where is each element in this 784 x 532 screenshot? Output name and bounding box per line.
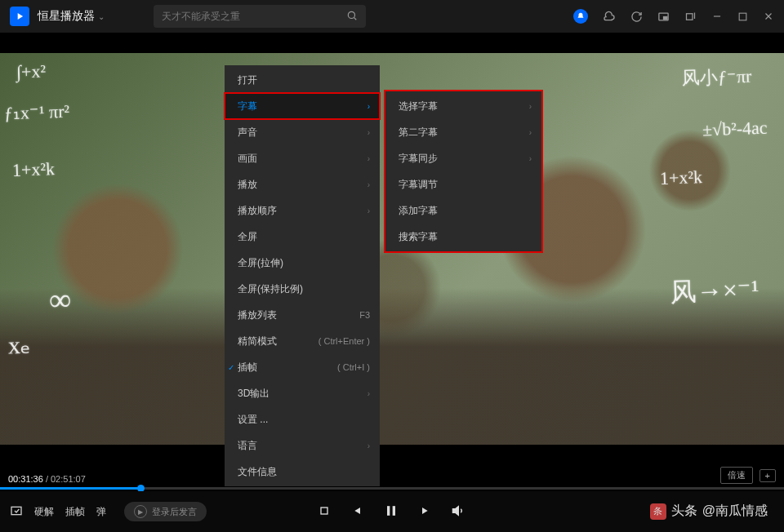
next-icon[interactable] xyxy=(419,504,432,520)
menu-picture[interactable]: 画面› xyxy=(225,145,380,171)
submenu-subtitle-sync[interactable]: 字幕同步› xyxy=(385,145,541,171)
menu-fullscreen-stretch[interactable]: 全屏(拉伸) xyxy=(225,250,380,276)
pin-icon[interactable] xyxy=(684,11,697,23)
close-icon[interactable] xyxy=(763,11,774,22)
menu-play-order[interactable]: 播放顺序› xyxy=(225,197,380,224)
svg-rect-5 xyxy=(11,507,21,514)
login-hint-text: 登录后发言 xyxy=(152,506,197,518)
progress-bar[interactable] xyxy=(0,487,784,490)
login-pill[interactable]: ▶ 登录后发言 xyxy=(124,502,207,521)
frame-interp-label[interactable]: 插帧 xyxy=(65,505,85,519)
menu-playlist[interactable]: 播放列表F3 xyxy=(225,302,380,328)
cloud-icon[interactable] xyxy=(603,10,616,23)
speed-button[interactable]: 倍速 xyxy=(720,467,753,484)
notification-icon[interactable] xyxy=(573,9,588,24)
refresh-icon[interactable] xyxy=(630,11,643,23)
search-icon[interactable] xyxy=(346,10,358,24)
svg-point-0 xyxy=(348,11,354,18)
app-name[interactable]: 恒星播放器 xyxy=(38,9,95,24)
svg-rect-2 xyxy=(664,16,667,19)
menu-language[interactable]: 语言› xyxy=(225,432,380,459)
search-box[interactable] xyxy=(154,5,366,28)
volume-icon[interactable] xyxy=(452,503,466,521)
menu-compact[interactable]: 精简模式( Ctrl+Enter ) xyxy=(225,328,380,354)
hw-decode-label[interactable]: 硬解 xyxy=(34,505,54,519)
menu-open[interactable]: 打开 xyxy=(225,67,380,93)
svg-rect-6 xyxy=(321,508,327,514)
menu-3d-output[interactable]: 3D输出› xyxy=(225,380,380,406)
menu-audio[interactable]: 声音› xyxy=(225,119,380,145)
menu-playback[interactable]: 播放› xyxy=(225,171,380,197)
menu-fullscreen-ratio[interactable]: 全屏(保持比例) xyxy=(225,276,380,302)
submenu-subtitle-adjust[interactable]: 字幕调节 xyxy=(385,171,541,197)
danmu-label[interactable]: 弹 xyxy=(96,505,106,519)
play-circle-icon: ▶ xyxy=(134,505,147,518)
subtitle-submenu: 选择字幕› 第二字幕› 字幕同步› 字幕调节 添加字幕 搜索字幕 xyxy=(384,90,543,253)
watermark: 条 头条 @南瓜情感 xyxy=(650,503,768,520)
submenu-select-subtitle[interactable]: 选择字幕› xyxy=(385,93,541,119)
submenu-search-subtitle[interactable]: 搜索字幕 xyxy=(385,224,541,250)
minimize-icon[interactable] xyxy=(711,11,723,22)
screenshot-icon[interactable] xyxy=(10,504,23,520)
prev-icon[interactable] xyxy=(350,504,363,520)
svg-rect-4 xyxy=(739,13,746,20)
menu-file-info[interactable]: 文件信息 xyxy=(225,459,380,485)
menu-frame-interp[interactable]: ✓插帧( Ctrl+I ) xyxy=(225,354,380,380)
menu-subtitle[interactable]: 字幕› xyxy=(225,93,380,119)
time-display: 00:31:36 / 02:51:07 xyxy=(8,474,86,484)
context-menu: 打开 字幕› 声音› 画面› 播放› 播放顺序› 全屏 全屏(拉伸) 全屏(保持… xyxy=(225,65,380,486)
add-button[interactable]: + xyxy=(760,469,776,482)
app-logo[interactable] xyxy=(10,7,29,26)
submenu-second-subtitle[interactable]: 第二字幕› xyxy=(385,119,541,145)
stop-icon[interactable] xyxy=(318,504,331,520)
search-input[interactable] xyxy=(162,11,346,22)
submenu-add-subtitle[interactable]: 添加字幕 xyxy=(385,197,541,224)
maximize-icon[interactable] xyxy=(737,11,748,22)
svg-rect-3 xyxy=(687,13,693,20)
svg-rect-7 xyxy=(387,506,390,516)
pause-icon[interactable] xyxy=(383,503,399,521)
menu-settings[interactable]: 设置 ... xyxy=(225,406,380,432)
mini-player-icon[interactable] xyxy=(657,11,670,23)
app-dropdown-icon[interactable]: ⌄ xyxy=(98,12,105,21)
svg-rect-8 xyxy=(393,506,395,516)
menu-fullscreen[interactable]: 全屏 xyxy=(225,224,380,250)
